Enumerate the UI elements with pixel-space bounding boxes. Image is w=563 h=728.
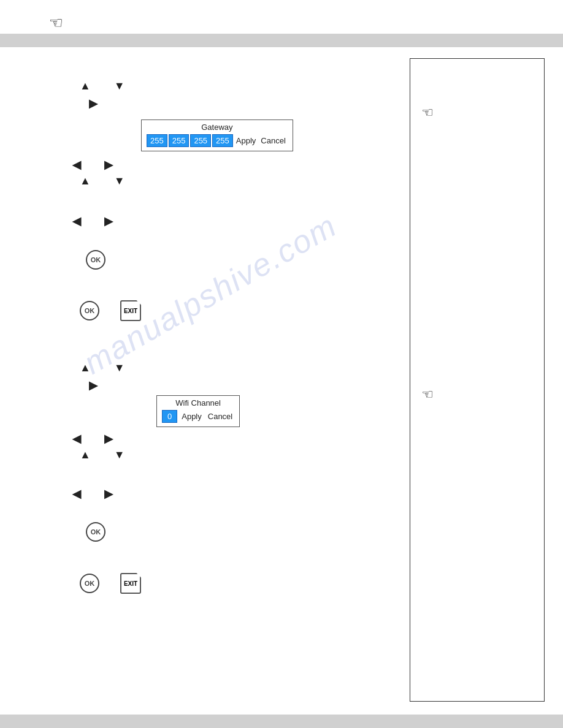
gateway-field-1[interactable]: 255 xyxy=(147,134,167,147)
arrow-up-2[interactable]: ▲ xyxy=(80,175,91,188)
hand-icon-top: ☞ xyxy=(49,13,63,32)
gateway-field-4[interactable]: 255 xyxy=(212,134,233,147)
ok-button-1[interactable]: OK xyxy=(86,250,105,270)
gateway-field-2[interactable]: 255 xyxy=(169,134,190,147)
arrow-down-1[interactable]: ▼ xyxy=(114,80,125,93)
wifi-field-1[interactable]: 0 xyxy=(162,410,177,423)
top-bar xyxy=(0,34,563,47)
arrow-down-2[interactable]: ▼ xyxy=(114,175,125,188)
arrow-right-2[interactable]: ▶ xyxy=(104,158,113,172)
wifi-cancel-button[interactable]: Cancel xyxy=(206,412,234,421)
arrow-right-6[interactable]: ▶ xyxy=(104,487,113,501)
bottom-bar xyxy=(0,715,563,728)
arrow-left-4[interactable]: ◀ xyxy=(72,432,81,446)
wifi-fields: 0 Apply Cancel xyxy=(162,410,234,423)
arrow-right-4[interactable]: ▶ xyxy=(89,379,98,392)
right-panel: ☞ ☞ xyxy=(410,58,545,702)
wifi-title: Wifi Channel xyxy=(162,398,234,408)
arrow-down-3[interactable]: ▼ xyxy=(114,362,125,374)
arrow-right-5[interactable]: ▶ xyxy=(104,432,113,446)
nav-right-2: ▶ xyxy=(89,379,98,392)
nav-up-down-2: ▲ ▼ xyxy=(80,175,125,188)
ok-button-1-container: OK xyxy=(86,250,105,270)
gateway-popup: Gateway 255 255 255 255 Apply Cancel xyxy=(141,119,293,151)
hand-icon-right-top: ☞ xyxy=(421,105,434,121)
nav-up-down-4: ▲ ▼ xyxy=(80,449,125,461)
nav-up-down-3: ▲ ▼ xyxy=(80,362,125,374)
gateway-fields: 255 255 255 255 Apply Cancel xyxy=(147,134,288,147)
arrow-up-3[interactable]: ▲ xyxy=(80,362,91,374)
arrow-up-1[interactable]: ▲ xyxy=(80,80,91,93)
arrow-right-3[interactable]: ▶ xyxy=(104,214,113,228)
ok-button-1b[interactable]: OK xyxy=(80,301,99,320)
nav-left-right-4: ◀ ▶ xyxy=(72,432,113,446)
gateway-field-3[interactable]: 255 xyxy=(190,134,211,147)
hand-icon-right-bottom: ☞ xyxy=(421,387,434,403)
watermark: manualpshive.com xyxy=(77,207,343,382)
ok-exit-row-2: OK EXIT xyxy=(80,573,141,594)
gateway-cancel-button[interactable]: Cancel xyxy=(259,136,287,145)
ok-button-2b[interactable]: OK xyxy=(80,574,99,593)
nav-left-right-3: ◀ ▶ xyxy=(72,214,113,228)
nav-left-right-5: ◀ ▶ xyxy=(72,487,113,501)
arrow-left-2[interactable]: ◀ xyxy=(72,158,81,172)
arrow-left-5[interactable]: ◀ xyxy=(72,487,81,501)
arrow-left-3[interactable]: ◀ xyxy=(72,214,81,228)
gateway-apply-button[interactable]: Apply xyxy=(234,136,258,145)
ok-button-2[interactable]: OK xyxy=(86,522,105,542)
nav-up-down-1: ▲ ▼ xyxy=(80,80,125,93)
arrow-down-4[interactable]: ▼ xyxy=(114,449,125,461)
exit-button-2[interactable]: EXIT xyxy=(120,573,141,594)
exit-button-1[interactable]: EXIT xyxy=(120,300,141,321)
ok-exit-row-1: OK EXIT xyxy=(80,300,141,321)
arrow-right-1[interactable]: ▶ xyxy=(89,97,98,110)
ok-button-2-container: OK xyxy=(86,522,105,542)
nav-left-right-2: ◀ ▶ xyxy=(72,158,113,172)
wifi-apply-button[interactable]: Apply xyxy=(180,412,204,421)
wifi-popup: Wifi Channel 0 Apply Cancel xyxy=(156,395,240,427)
arrow-up-4[interactable]: ▲ xyxy=(80,449,91,461)
nav-right-1: ▶ xyxy=(89,97,98,110)
gateway-title: Gateway xyxy=(147,123,288,132)
